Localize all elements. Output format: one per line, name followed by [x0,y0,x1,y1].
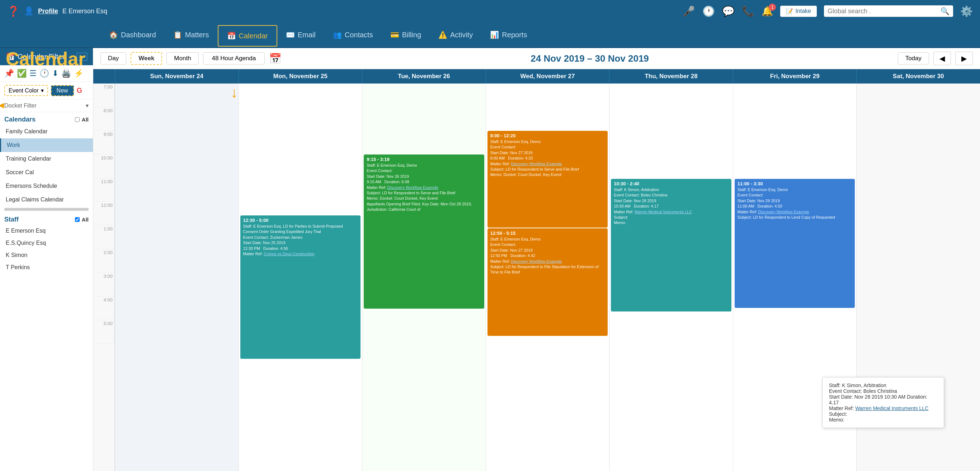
day-view-button[interactable]: Day [100,52,126,65]
matters-icon: 📋 [173,30,182,39]
calendar-view-icon[interactable]: 📅 [269,53,282,65]
clock-icon[interactable]: 🕐 [702,5,715,17]
sidebar-item-e-emerson-esq[interactable]: E Emerson Esq [0,225,93,237]
event-thu-1030[interactable]: 10:30 - 2:40 Staff: K Simon, Arbitration… [611,179,732,311]
sidebar-item-t-perkins[interactable]: T Perkins [0,261,93,273]
google-sync-icon[interactable]: G [77,86,83,95]
all-calendars-check[interactable] [75,117,80,122]
profile-link[interactable]: Profile [38,8,58,15]
topbar: ❓ 👤 Profile E Emerson Esq 🎤 🕐 💬 📞 🔔 1 📝 … [0,0,980,22]
notification-icon[interactable]: 🔔 1 [762,6,773,17]
calendars-section-header: Calendars All [0,112,93,125]
day-col-wed[interactable]: 8:00 - 12:20 Staff: E Emerson Esq, DemoE… [486,84,609,471]
nav-contacts[interactable]: 👥 Contacts [324,22,382,48]
filter-icon[interactable]: ⚡ [74,69,84,78]
event-wed-0800[interactable]: 8:00 - 12:20 Staff: E Emerson Esq, DemoE… [487,131,608,228]
new-event-button[interactable]: New [51,85,74,96]
chat-icon[interactable]: 💬 [722,5,735,17]
download-icon[interactable]: ⬇ [52,69,59,78]
notification-badge: 1 [769,3,776,11]
col-header-thu: Thu, November 28 [609,69,733,84]
day-col-tue[interactable]: 9:15 - 3:19 Staff: E Emerson Esq, DemoEv… [362,84,486,471]
time-column: 7:00 8:00 9:00 10:00 11:00 12:00 1:00 2:… [93,84,115,471]
sidebar-item-k-simon[interactable]: K Simon [0,249,93,261]
time-slot-8: 8:00 [93,107,115,131]
tooltip-subject: Subject: [829,411,937,417]
time-slot-3: 3:00 [93,273,115,297]
check-icon[interactable]: ✅ [17,69,27,78]
event-mon-1230[interactable]: 12:30 - 5:00 Staff: E Emerson Esq, LD fo… [240,216,361,359]
calendar-grid: Sun, November 24 Mon, November 25 Tue, N… [93,69,980,471]
topbar-left: ❓ 👤 Profile E Emerson Esq [7,5,107,17]
help-icon[interactable]: ❓ [7,5,20,17]
time-slot-12: 12:00 [93,202,115,225]
col-header-sat: Sat, November 30 [856,69,980,84]
date-range: 24 Nov 2019 – 30 Nov 2019 [286,53,893,64]
event-fri-1100[interactable]: 11:00 - 3:30 Staff: E Emerson Esq, DemoE… [735,179,855,308]
nav-billing[interactable]: 💳 Billing [382,22,430,48]
day-col-sun[interactable] [115,84,239,471]
event-tue-0915[interactable]: 9:15 - 3:19 Staff: E Emerson Esq, DemoEv… [364,154,484,309]
mic-icon[interactable]: 🎤 [682,5,695,17]
email-icon: ✉️ [286,30,295,39]
calendar-nav-icon: 📅 [227,32,236,40]
time-slot-10: 10:00 [93,154,115,178]
dashboard-icon: 🏠 [109,30,118,39]
activity-icon: ⚠️ [438,30,447,39]
time-slot-2: 2:00 [93,249,115,273]
list-icon[interactable]: ☰ [29,69,37,78]
tooltip-memo: Memo: [829,417,937,423]
phone-icon[interactable]: 📞 [742,5,754,17]
day-col-thu[interactable]: 10:30 - 2:40 Staff: K Simon, Arbitration… [609,84,733,471]
col-header-sun: Sun, November 24 [115,69,239,84]
nav-calendar[interactable]: 📅 Calendar [218,25,277,47]
nav-email[interactable]: ✉️ Email [277,22,324,48]
user-name: E Emerson Esq [62,8,107,15]
nav-activity[interactable]: ⚠️ Activity [430,22,481,48]
sidebar-item-soccer-cal[interactable]: Soccer Cal [0,166,93,179]
sidebar-item-family-calendar[interactable]: Family Calendar [0,125,93,138]
all-staff-checkbox[interactable]: All [75,217,89,223]
time-slot-7: 7:00 [93,84,115,107]
col-header-mon: Mon, November 25 [239,69,362,84]
week-view-button[interactable]: Week [130,52,162,65]
print-icon[interactable]: 🖨️ [61,69,71,78]
col-header-tue: Tue, November 26 [362,69,486,84]
all-calendars-checkbox[interactable]: All [75,116,89,122]
sidebar-item-work[interactable]: Work [0,138,93,152]
time-slot-4: 4:00 [93,297,115,320]
staff-section-header: Staff All [0,212,93,225]
clock-filter-icon[interactable]: 🕐 [40,69,49,78]
event-color-select[interactable]: Event Color ▾ [4,85,48,96]
next-week-button[interactable]: ▶ [955,52,973,65]
sidebar-item-legal-claims-calendar[interactable]: Legal Claims Calendar [0,193,93,206]
settings-icon[interactable]: ⚙️ [960,5,973,17]
48hour-agenda-button[interactable]: 48 Hour Agenda [203,52,265,65]
sidebar-item-es-quincy-esq[interactable]: E.S.Quincy Esq [0,237,93,249]
month-view-button[interactable]: Month [167,52,198,65]
docket-filter[interactable]: Docket Filter ▾ [0,99,93,112]
nav-reports[interactable]: 📊 Reports [481,22,536,48]
sidebar-item-training-calendar[interactable]: Training Calendar [0,152,93,166]
tooltip-matter-ref: Matter Ref: Warren Medical Instruments L… [829,405,937,411]
calendar-toolbar: Day Week Month 48 Hour Agenda 📅 24 Nov 2… [93,48,980,69]
intake-icon: 📝 [786,8,793,15]
tooltip-matter-ref-link[interactable]: Warren Medical Instruments LLC [855,405,928,411]
time-slot-1: 1:00 [93,225,115,249]
search-input[interactable] [827,8,940,15]
nav-matters[interactable]: 📋 Matters [165,22,218,48]
col-header-fri: Fri, November 29 [733,69,857,84]
sidebar-item-emersons-schedule[interactable]: Emersons Schedule [0,179,93,193]
all-staff-check[interactable] [75,217,80,222]
tooltip-event-contact: Event Contact: Boles Christina [829,388,937,394]
today-button[interactable]: Today [898,52,929,65]
day-col-mon[interactable]: 12:30 - 5:00 Staff: E Emerson Esq, LD fo… [239,84,362,471]
event-wed-1250[interactable]: 12:50 - 5:15 Staff: E Emerson Esq, DemoE… [487,228,608,336]
intake-button[interactable]: 📝 Intake [780,6,817,17]
nav-dashboard[interactable]: 🏠 Dashboard [100,22,165,48]
pin-icon[interactable]: 📌 [4,69,14,78]
prev-week-button[interactable]: ◀ [933,52,951,65]
profile-icon[interactable]: 👤 [24,6,34,16]
topbar-right: 🎤 🕐 💬 📞 🔔 1 📝 Intake 🔍 ⚙️ [682,5,973,17]
search-box[interactable]: 🔍 [824,5,953,17]
